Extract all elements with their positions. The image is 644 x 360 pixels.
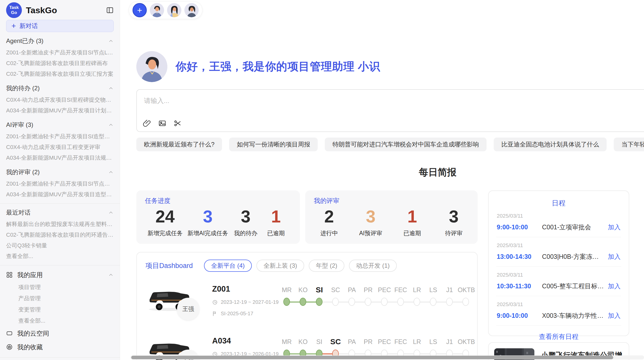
scissors-icon[interactable] [173, 119, 182, 127]
sidebar-item[interactable]: Z001-全新燃油皮卡产品开发项目SI节点Lesson Learn报告 [6, 47, 114, 58]
suggestion-chip[interactable]: 当下年轻人对汽车外观有怎样的喜好趋势 [614, 138, 644, 151]
section-ai-review[interactable]: AI评审 (3) [6, 118, 114, 131]
sidebar-item[interactable]: C02-飞腾新能源轻客改款项目立项汇报方案 [6, 69, 114, 79]
project-code: A034 [212, 336, 279, 346]
suggestion-chip[interactable]: 比亚迪全固态电池计划具体说了什么 [494, 138, 607, 151]
sidebar-item[interactable]: Z001-全新燃油轻卡产品开发项目SI节点属性5D文件评审 [6, 178, 114, 189]
suggestion-chip[interactable]: 特朗普可能对进口汽车增税会对中国车企造成哪些影响 [325, 138, 487, 151]
main-area: + 王强 你好，王强，我是你的 [120, 0, 644, 360]
sidebar-item[interactable]: A034-全新新能源MUV产品开发项目计划变更表编写 [6, 105, 114, 116]
milestone-step: KO [295, 336, 311, 358]
milestone-label: SC [327, 284, 344, 296]
recent-chat-item[interactable]: C02-飞腾新能源轻客改款项目的闭环通告反馈情况 [6, 230, 114, 240]
project-media: 王强 [145, 283, 211, 324]
chevron-up-icon [108, 169, 114, 175]
agent-avatar-2[interactable] [167, 3, 181, 17]
milestone-dot [365, 298, 371, 306]
stat-value: 3 [233, 206, 258, 226]
sidebar-item-my-apps[interactable]: 我的应用 [6, 268, 114, 282]
section-agent-done[interactable]: Agent已办 (3) [6, 35, 114, 47]
apps-view-all[interactable]: 查看全部... [6, 315, 114, 326]
milestone-step: MR [279, 336, 295, 358]
project-dashboard-card: 项目Dashboard 全新平台 (4) 全新上装 (3) 年型 (2) 动总开… [136, 252, 478, 360]
sidebar-item-favorites[interactable]: 我的收藏 [6, 340, 114, 354]
assistant-avatar [136, 51, 167, 82]
chevron-up-icon [108, 122, 114, 128]
tab-new-platform[interactable]: 全新平台 (4) [204, 260, 252, 272]
greeting-text: 你好，王强，我是你的项目管理助理 小识 [175, 59, 380, 74]
scrollbar-thumb[interactable] [131, 356, 613, 359]
image-icon[interactable] [158, 119, 166, 127]
project-code: Z001 [212, 284, 279, 294]
stat-new-ai-done: 3 新增AI完成任务 [187, 206, 228, 237]
collapse-sidebar-icon[interactable] [106, 6, 114, 14]
project-row-z001[interactable]: 王强 Z001 2023-12-19 ~ 2027-01-19 SI-2025-… [145, 283, 469, 324]
section-my-review[interactable]: 我的评审 (2) [6, 166, 114, 178]
join-link[interactable]: 加入 [608, 223, 621, 231]
join-link[interactable]: 加入 [608, 311, 621, 320]
milestone-step: KO [295, 284, 311, 306]
agent-avatar-3[interactable] [184, 3, 199, 17]
sidebar-item[interactable]: C0X4-动力总成开发项目工程变更评审 [6, 142, 114, 153]
add-agent-button[interactable]: + [133, 3, 147, 17]
section-my-todo[interactable]: 我的待办 (2) [6, 82, 114, 95]
join-link[interactable]: 加入 [608, 252, 621, 261]
schedule-item[interactable]: 2025/03/11 9:00-10:00 X003-车辆动力学性能验... 加… [496, 296, 621, 326]
milestone-step: LS [425, 336, 441, 358]
stat-value: 2 [316, 206, 342, 226]
sidebar-item[interactable]: C02-飞腾新能源轻客改款项目里程碑画布 [6, 58, 114, 69]
project-flag-label: SI-2025-05-17 [221, 311, 253, 317]
milestone-step: SI [311, 284, 327, 306]
new-chat-button[interactable]: + 新对话 [6, 20, 114, 32]
app-item-project-mgmt[interactable]: 项目管理 [6, 282, 114, 293]
schedule-item[interactable]: 2025/03/11 10:30-11:30 C005-整车工程目标评审 加入 [496, 267, 621, 296]
daily-briefing-header: 每日简报 [136, 166, 644, 179]
milestone-timeline: MR KO SI SC PA PR PEC FEC LR LS J1 OKTB [279, 336, 474, 358]
join-link[interactable]: 加入 [608, 282, 621, 290]
schedule-item[interactable]: 2025/03/11 9:00-10:00 C001-立项审批会 加入 [496, 208, 621, 237]
schedule-name: C005-整车工程目标评审 [542, 282, 605, 290]
app-item-change-mgmt[interactable]: 变更管理 [6, 304, 114, 315]
milestone-label: PA [344, 284, 360, 296]
milestone-step: LS [425, 284, 441, 306]
recent-chat-item[interactable]: 公司Q3轻卡销量 [6, 240, 114, 251]
milestone-label: FEC [392, 284, 409, 296]
stat-value: 3 [441, 206, 466, 226]
recent-chat-item[interactable]: 解释最新出台的欧盟报废车法规再生塑料比例被调至15%... [6, 219, 114, 230]
suggestion-chip[interactable]: 如何写一份清晰的项目周报 [229, 138, 318, 151]
attachment-icon[interactable] [143, 119, 151, 127]
tab-model-year[interactable]: 年型 (2) [309, 260, 344, 272]
stat-value: 1 [263, 206, 289, 226]
milestone-label: PEC [376, 336, 392, 348]
view-all-schedule-link[interactable]: 查看所有日程 [496, 332, 621, 341]
chat-input[interactable] [137, 90, 644, 112]
sidebar-item[interactable]: A034-全新新能源MUV产品开发项目法规符合性评审 [6, 153, 114, 163]
tab-new-body[interactable]: 全新上装 (3) [256, 260, 304, 272]
flag-icon [212, 311, 218, 317]
task-progress-card: 任务进度 24 新增完成任务 3 新增AI完成任务 3 [136, 190, 300, 244]
section-recent-chats[interactable]: 最近对话 [6, 206, 114, 219]
schedule-title: 日程 [496, 199, 621, 208]
sidebar-item-cloud-space[interactable]: 我的云空间 [6, 326, 114, 340]
sidebar-item[interactable]: Z001-全新燃油轻卡产品开发项目SI造型提交物评审 [6, 131, 114, 142]
app-item-product-mgmt[interactable]: 产品管理 [6, 293, 114, 304]
app-root: Task Go TaskGo + 新对话 Agent已办 (3) Z001-全新… [0, 0, 644, 360]
agent-avatar-1[interactable] [150, 3, 164, 17]
sidebar-item[interactable]: A034-全新新能源MUV产品开发项目造型可行性评审 [6, 189, 114, 200]
schedule-time: 9:00-10:00 [497, 312, 542, 319]
greeting-block: 你好，王强，我是你的项目管理助理 小识 [136, 51, 644, 82]
horizontal-scrollbar[interactable] [130, 355, 644, 359]
right-column: 日程 2025/03/11 9:00-10:00 C001-立项审批会 加入 2… [488, 190, 629, 360]
tab-powertrain[interactable]: 动总开发 (1) [349, 260, 397, 272]
sidebar-item[interactable]: C0X4-动力总成开发项目SI里程碑提交物检查 [6, 95, 114, 105]
plus-icon: + [137, 5, 142, 15]
plus-icon: + [11, 22, 16, 30]
milestone-dot [332, 298, 339, 306]
suggestion-chip[interactable]: 欧洲新规最近颁布了什么? [136, 138, 222, 151]
milestone-step: LR [409, 284, 425, 306]
recent-chats-view-all[interactable]: 查看全部... [6, 251, 114, 262]
schedule-item[interactable]: 2025/03/11 13:00-14:30 C003|H0B-方案冻结评审 加… [496, 237, 621, 267]
milestone-label: MR [279, 284, 295, 296]
stat-label: 待评审 [441, 229, 466, 237]
milestone-dot [430, 298, 436, 306]
